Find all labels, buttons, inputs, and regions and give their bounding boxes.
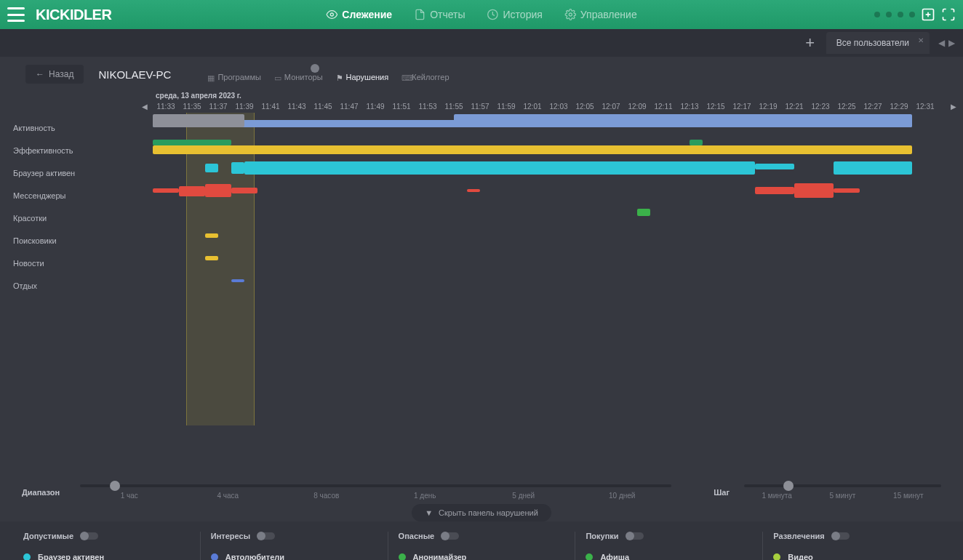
timeline-bar[interactable] xyxy=(153,114,244,127)
timeline-track[interactable] xyxy=(153,135,963,158)
flag-icon: ⚑ xyxy=(336,73,343,81)
category-row[interactable]: Эффективность xyxy=(0,140,153,162)
toolbar: ← Назад NIKOLAEV-PC ▦Программы ▭Мониторы… xyxy=(0,57,963,92)
nav-tracking[interactable]: Слежение xyxy=(326,9,392,20)
timeline-track[interactable] xyxy=(153,203,963,225)
subtab-keylogger[interactable]: ⌨Кейлоггер xyxy=(401,73,449,81)
subtab-programs[interactable]: ▦Программы xyxy=(207,73,260,81)
range-tick: 1 час xyxy=(80,492,179,500)
subtab-monitors[interactable]: ▭Мониторы xyxy=(274,73,323,81)
status-dot xyxy=(874,12,880,17)
time-tick: 12:13 xyxy=(676,103,703,113)
legend-column: ИнтересыАвтолюбителиКрасоткиМамочки xyxy=(201,532,388,560)
back-button[interactable]: ← Назад xyxy=(25,65,84,84)
time-axis: ◀ ▶ 11:3311:3511:3711:3911:4111:4311:451… xyxy=(153,100,963,113)
timeline-bar[interactable] xyxy=(467,189,480,192)
timeline-next-icon[interactable]: ▶ xyxy=(948,100,959,113)
time-tick: 11:55 xyxy=(441,103,467,113)
track-area[interactable] xyxy=(153,113,963,425)
fullscreen-icon[interactable] xyxy=(941,7,956,22)
time-tick: 11:37 xyxy=(205,103,231,113)
step-label: Шаг xyxy=(686,488,730,497)
legend-item[interactable]: Афиша xyxy=(586,548,752,560)
subtab-violations[interactable]: ⚑Нарушения xyxy=(336,73,389,81)
timeline-track[interactable] xyxy=(153,158,963,180)
timeline-bar[interactable] xyxy=(205,233,218,238)
legend-toggle[interactable] xyxy=(832,532,850,540)
timeline-bar[interactable] xyxy=(755,187,794,194)
add-window-icon[interactable] xyxy=(921,7,935,22)
time-tick: 12:11 xyxy=(650,103,676,113)
tab-arrows: ◀ ▶ xyxy=(937,36,956,50)
timeline-track[interactable] xyxy=(153,225,963,248)
category-row[interactable]: Красотки xyxy=(0,207,153,230)
timeline-track[interactable] xyxy=(153,180,963,203)
category-row[interactable]: Отдых xyxy=(0,275,153,297)
range-tick: 4 часа xyxy=(179,492,278,500)
timeline-bar[interactable] xyxy=(690,140,703,145)
range-slider[interactable] xyxy=(80,484,671,487)
chevron-down-icon: ▼ xyxy=(425,508,433,517)
timeline-bar[interactable] xyxy=(205,256,218,260)
time-tick: 11:33 xyxy=(153,103,179,113)
timeline-track[interactable] xyxy=(153,248,963,271)
legend-title: Опасные xyxy=(399,532,565,540)
timeline-bar[interactable] xyxy=(637,209,650,216)
timeline-bar[interactable] xyxy=(153,140,231,145)
timeline-bar[interactable] xyxy=(205,184,231,197)
nav-history[interactable]: История xyxy=(487,9,543,20)
timeline-bar[interactable] xyxy=(231,279,244,282)
monitor-icon: ▭ xyxy=(274,73,281,81)
legend-item[interactable]: Анонимайзер xyxy=(399,548,565,560)
add-tab-icon[interactable]: + xyxy=(802,34,819,52)
timeline-bar[interactable] xyxy=(153,188,179,193)
timeline-bar[interactable] xyxy=(454,114,912,127)
main-area: АктивностьЭффективностьБраузер активенМе… xyxy=(0,92,963,477)
step-tick: 5 минут xyxy=(810,492,875,500)
legend-item[interactable]: Автолюбители xyxy=(211,548,377,560)
pc-name: NIKOLAEV-PC xyxy=(98,68,171,81)
timeline-controls: Диапазон 1 час4 часа8 часов1 день5 дней1… xyxy=(0,477,963,521)
nav-management[interactable]: Управление xyxy=(564,9,637,20)
legend-toggle[interactable] xyxy=(626,532,644,540)
arrow-right-icon[interactable]: ▶ xyxy=(947,36,956,50)
timeline-track[interactable] xyxy=(153,113,963,135)
time-tick: 12:23 xyxy=(807,103,834,113)
menu-icon[interactable] xyxy=(7,7,25,22)
legend-toggle[interactable] xyxy=(257,532,275,540)
category-row[interactable]: Новости xyxy=(0,252,153,275)
arrow-left-icon[interactable]: ◀ xyxy=(937,36,946,50)
hide-panel-button[interactable]: ▼ Скрыть панель нарушений xyxy=(412,504,551,521)
category-row[interactable]: Поисковики xyxy=(0,230,153,252)
timeline-bar[interactable] xyxy=(231,188,257,193)
category-row[interactable]: Мессенджеры xyxy=(0,185,153,207)
nav-reports[interactable]: Отчеты xyxy=(414,9,465,20)
legend-item[interactable]: Видео xyxy=(773,548,940,560)
timeline-bar[interactable] xyxy=(794,183,834,198)
timeline: среда, 13 апреля 2023 г. ◀ ▶ 11:3311:351… xyxy=(153,92,963,477)
timeline-bar[interactable] xyxy=(834,161,912,175)
close-icon[interactable]: ✕ xyxy=(918,36,924,44)
timeline-bar[interactable] xyxy=(179,186,205,196)
timeline-bar[interactable] xyxy=(231,162,244,174)
timeline-bar[interactable] xyxy=(205,164,218,172)
timeline-bar[interactable] xyxy=(755,164,794,169)
category-row[interactable]: Активность xyxy=(0,117,153,140)
timeline-track[interactable] xyxy=(153,271,963,293)
legend-item-label: Автолюбители xyxy=(225,553,284,560)
step-slider[interactable] xyxy=(744,484,941,487)
category-row[interactable]: Браузер активен xyxy=(0,162,153,185)
legend-dot-icon xyxy=(586,553,593,560)
timeline-bar[interactable] xyxy=(153,145,912,154)
legend-toggle[interactable] xyxy=(441,532,459,540)
time-tick: 11:45 xyxy=(310,103,336,113)
legend-toggle[interactable] xyxy=(81,532,98,540)
legend-item[interactable]: Браузер активен xyxy=(23,548,190,560)
time-tick: 12:09 xyxy=(624,103,650,113)
timeline-bar[interactable] xyxy=(244,161,755,175)
timeline-prev-icon[interactable]: ◀ xyxy=(140,100,150,113)
time-tick: 12:25 xyxy=(834,103,860,113)
user-tab[interactable]: Все пользователи ✕ xyxy=(826,32,930,54)
gear-icon xyxy=(564,9,576,20)
timeline-bar[interactable] xyxy=(834,188,860,193)
